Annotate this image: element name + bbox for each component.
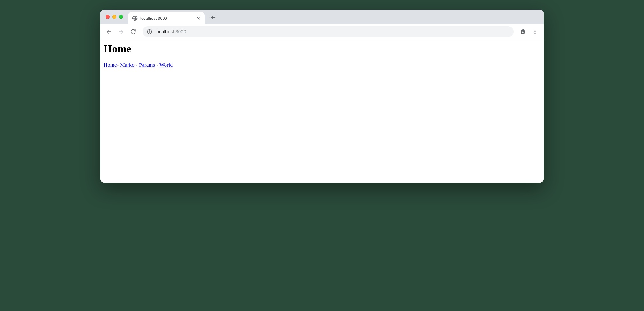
address-host: localhost (155, 29, 174, 34)
window-controls (104, 15, 126, 22)
window-minimize-button[interactable] (112, 15, 116, 19)
page-heading: Home (104, 43, 540, 55)
profile-button[interactable] (517, 26, 528, 37)
nav-separator: - (117, 62, 120, 68)
address-text: localhost:3000 (155, 29, 509, 34)
browser-window: localhost:3000 (100, 10, 544, 183)
svg-point-11 (150, 30, 150, 31)
browser-toolbar: localhost:3000 (100, 24, 544, 39)
address-bar[interactable]: localhost:3000 (143, 26, 514, 37)
globe-icon (132, 15, 138, 21)
link-world[interactable]: World (159, 62, 173, 68)
nav-links: Home- Marko - Params - World (104, 62, 540, 68)
svg-point-13 (523, 31, 523, 32)
tab-strip: localhost:3000 (100, 10, 544, 24)
reload-button[interactable] (128, 26, 139, 37)
forward-button[interactable] (116, 26, 127, 37)
info-icon[interactable] (147, 29, 152, 34)
nav-separator: - (155, 62, 159, 68)
svg-point-16 (534, 33, 535, 34)
back-button[interactable] (104, 26, 114, 37)
svg-point-15 (534, 31, 535, 32)
tab-close-button[interactable] (196, 16, 201, 21)
window-close-button[interactable] (106, 15, 110, 19)
link-params[interactable]: Params (139, 62, 155, 68)
page-content: Home Home- Marko - Params - World (100, 39, 544, 183)
svg-point-14 (534, 29, 535, 30)
link-home[interactable]: Home (104, 62, 117, 68)
tab-title: localhost:3000 (140, 16, 193, 21)
new-tab-button[interactable] (208, 13, 217, 22)
browser-tab[interactable]: localhost:3000 (128, 12, 205, 24)
window-maximize-button[interactable] (119, 15, 123, 19)
menu-button[interactable] (530, 26, 540, 37)
link-marko[interactable]: Marko (120, 62, 134, 68)
address-port: :3000 (174, 29, 186, 34)
nav-separator: - (135, 62, 139, 68)
